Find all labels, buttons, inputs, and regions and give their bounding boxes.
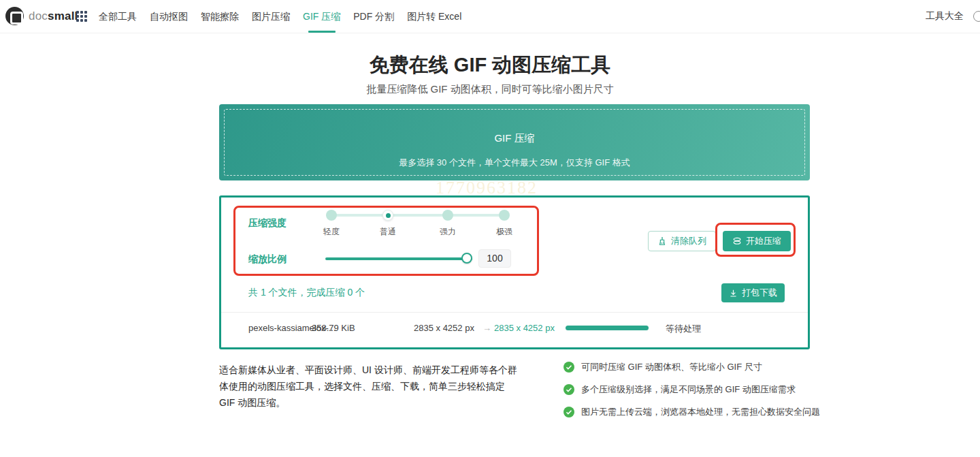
logo-text-doc: doc	[29, 10, 48, 22]
feature-text: 图片无需上传云端，浏览器本地处理，无需担心数据安全问题	[581, 407, 820, 417]
scale-slider-thumb[interactable]	[461, 253, 472, 264]
file-status: 等待处理	[666, 323, 701, 335]
queue-summary: 共 1 个文件，完成压缩 0 个	[248, 287, 365, 299]
compress-icon	[732, 236, 742, 246]
broom-icon	[657, 236, 667, 246]
scale-value-field[interactable]: 100	[478, 249, 511, 268]
file-row: pexels-kassiamelox-... 358.79 KiB 2835 x…	[221, 313, 808, 349]
start-compress-label: 开始压缩	[746, 235, 781, 247]
strength-dot-normal-selected[interactable]	[382, 210, 393, 221]
nav-item-image-compress[interactable]: 图片压缩	[250, 0, 291, 33]
gif-upload-dropzone[interactable]: GIF 压缩 最多选择 30 个文件，单个文件最大 25M，仅支持 GIF 格式	[219, 104, 810, 180]
dropzone-title: GIF 压缩	[225, 132, 804, 145]
docsmall-logo[interactable]: docsmall	[5, 7, 78, 25]
feature-item: 可同时压缩 GIF 动图体积、等比缩小 GIF 尺寸	[564, 362, 820, 373]
download-all-button[interactable]: 打包下载	[721, 283, 785, 302]
feature-text: 多个压缩级别选择，满足不同场景的 GIF 动图压缩需求	[581, 384, 796, 395]
top-navbar: docsmall 全部工具 自动抠图 智能擦除 图片压缩 GIF 压缩 PDF …	[0, 0, 980, 33]
feature-item: 图片无需上传云端，浏览器本地处理，无需担心数据安全问题	[564, 407, 820, 417]
file-size: 358.79 KiB	[312, 323, 355, 333]
nav-item-gif-compress[interactable]: GIF 压缩	[301, 0, 342, 33]
check-circle-icon	[564, 362, 574, 373]
clear-queue-button[interactable]: 清除队列	[648, 231, 716, 251]
header-right: 工具大全	[926, 0, 976, 33]
dropzone-hint: 最多选择 30 个文件，单个文件最大 25M，仅支持 GIF 格式	[225, 157, 804, 169]
logo-text: docsmall	[29, 10, 78, 23]
strength-dot-strong[interactable]	[442, 210, 453, 221]
file-dimensions-original: 2835 x 4252 px	[414, 323, 474, 333]
file-progress-bar	[566, 326, 649, 330]
strength-option-normal[interactable]: 普通	[368, 226, 408, 238]
cropped-circle-icon[interactable]	[973, 11, 980, 22]
strength-label: 压缩强度	[248, 217, 287, 230]
dropzone-dashed-border: GIF 压缩 最多选择 30 个文件，单个文件最大 25M，仅支持 GIF 格式	[224, 109, 805, 176]
nav-item-all-tools[interactable]: 全部工具	[97, 0, 138, 33]
strength-step-track	[329, 214, 504, 217]
check-circle-icon	[564, 407, 574, 417]
feature-text: 可同时压缩 GIF 动图体积、等比缩小 GIF 尺寸	[581, 362, 762, 373]
tool-description: 适合新媒体从业者、平面设计师、UI 设计师、前端开发工程师等各个群体使用的动图压…	[219, 362, 517, 411]
start-compress-button[interactable]: 开始压缩	[723, 231, 791, 251]
feature-list: 可同时压缩 GIF 动图体积、等比缩小 GIF 尺寸 多个压缩级别选择，满足不同…	[564, 362, 820, 429]
page-subtitle: 批量压缩降低 GIF 动图体积，同时可等比缩小图片尺寸	[0, 83, 980, 96]
nav-item-image-to-excel[interactable]: 图片转 Excel	[406, 0, 463, 33]
scale-label: 缩放比例	[248, 253, 287, 266]
apps-grid-icon[interactable]	[76, 11, 87, 22]
download-all-label: 打包下载	[742, 287, 777, 299]
nav-item-auto-cutout[interactable]: 自动抠图	[148, 0, 189, 33]
strength-dot-light[interactable]	[326, 210, 337, 221]
strength-option-strong[interactable]: 强力	[427, 226, 468, 238]
compression-panel: 压缩强度 轻度 普通 强力 极强 缩放比例 100 清除队列	[219, 195, 810, 349]
strength-option-extreme[interactable]: 极强	[484, 226, 525, 238]
scale-slider-track[interactable]	[325, 257, 472, 260]
check-circle-icon	[564, 384, 574, 395]
tools-all-link[interactable]: 工具大全	[926, 10, 964, 22]
file-dimensions-target: 2835 x 4252 px	[494, 323, 555, 333]
download-icon	[729, 289, 738, 298]
nav-item-pdf-split[interactable]: PDF 分割	[352, 0, 395, 33]
arrow-right-icon: →	[483, 323, 491, 333]
strength-dot-extreme[interactable]	[499, 210, 510, 221]
docsmall-logo-icon	[5, 7, 24, 25]
page: docsmall 全部工具 自动抠图 智能擦除 图片压缩 GIF 压缩 PDF …	[0, 0, 980, 457]
logo-text-small: small	[48, 10, 78, 22]
clear-queue-label: 清除队列	[671, 235, 706, 247]
main-nav: 全部工具 自动抠图 智能擦除 图片压缩 GIF 压缩 PDF 分割 图片转 Ex…	[97, 0, 463, 33]
page-title: 免费在线 GIF 动图压缩工具	[0, 52, 980, 79]
feature-item: 多个压缩级别选择，满足不同场景的 GIF 动图压缩需求	[564, 384, 820, 395]
nav-item-smart-erase[interactable]: 智能擦除	[199, 0, 240, 33]
strength-option-light[interactable]: 轻度	[311, 226, 352, 238]
